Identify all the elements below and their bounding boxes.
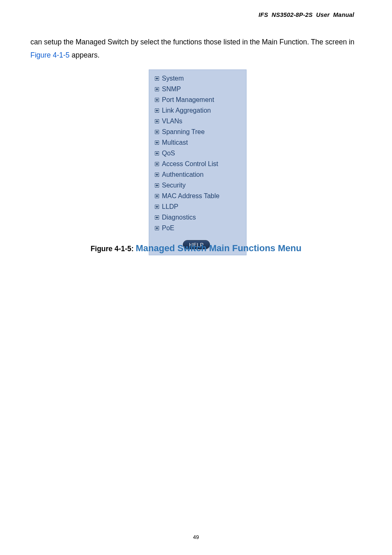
menu-item-qos[interactable]: QoS bbox=[149, 149, 246, 158]
menu-item-label: QoS bbox=[162, 150, 175, 157]
menu-item-label: Link Aggregation bbox=[162, 107, 211, 114]
body-line-2: appears. bbox=[69, 51, 99, 59]
plus-icon[interactable] bbox=[155, 76, 159, 81]
menu-item-mac-address-table[interactable]: MAC Address Table bbox=[149, 192, 246, 201]
plus-icon[interactable] bbox=[155, 109, 159, 113]
menu-item-label: System bbox=[162, 75, 184, 82]
menu-item-snmp[interactable]: SNMP bbox=[149, 85, 246, 94]
figure-caption: Figure 4-1-5: Managed Switch Main Functi… bbox=[0, 243, 392, 254]
menu-item-label: PoE bbox=[162, 224, 174, 232]
plus-icon[interactable] bbox=[155, 215, 159, 220]
plus-icon[interactable] bbox=[155, 194, 159, 198]
body-line-1: can setup the Managed Switch by select t… bbox=[30, 38, 355, 46]
plus-icon[interactable] bbox=[155, 226, 159, 230]
menu-item-system[interactable]: System bbox=[149, 74, 246, 83]
menu-item-label: Multicast bbox=[162, 139, 188, 146]
page-number: 49 bbox=[0, 534, 392, 540]
menu-item-lldp[interactable]: LLDP bbox=[149, 202, 246, 211]
menu-item-diagnostics[interactable]: Diagnostics bbox=[149, 213, 246, 222]
menu-item-label: MAC Address Table bbox=[162, 192, 219, 200]
plus-icon[interactable] bbox=[155, 141, 159, 145]
menu-item-spanning-tree[interactable]: Spanning Tree bbox=[149, 127, 246, 136]
menu-item-authentication[interactable]: Authentication bbox=[149, 170, 246, 179]
figure-caption-label: Figure 4-1-5: bbox=[90, 245, 136, 253]
main-functions-menu: System SNMP Port Management Link Aggrega… bbox=[149, 69, 247, 255]
plus-icon[interactable] bbox=[155, 98, 159, 102]
body-paragraph: can setup the Managed Switch by select t… bbox=[30, 35, 363, 62]
plus-icon[interactable] bbox=[155, 183, 159, 187]
figure-caption-title: Managed Switch Main Functions Menu bbox=[136, 243, 301, 253]
document-header: IFS NS3502-8P-2S User Manual bbox=[258, 12, 354, 18]
plus-icon[interactable] bbox=[155, 87, 159, 91]
plus-icon[interactable] bbox=[155, 162, 159, 166]
plus-icon[interactable] bbox=[155, 205, 159, 209]
menu-item-label: Port Management bbox=[162, 96, 214, 104]
page: IFS NS3502-8P-2S User Manual can setup t… bbox=[0, 0, 392, 555]
menu-item-label: SNMP bbox=[162, 86, 181, 93]
menu-item-access-control-list[interactable]: Access Control List bbox=[149, 160, 246, 169]
menu-item-label: Diagnostics bbox=[162, 214, 196, 221]
menu-item-vlans[interactable]: VLANs bbox=[149, 117, 246, 126]
plus-icon[interactable] bbox=[155, 173, 159, 177]
menu-item-security[interactable]: Security bbox=[149, 181, 246, 190]
plus-icon[interactable] bbox=[155, 151, 159, 155]
menu-item-label: Security bbox=[162, 182, 186, 189]
plus-icon[interactable] bbox=[155, 119, 159, 123]
menu-item-poe[interactable]: PoE bbox=[149, 224, 246, 233]
menu-item-multicast[interactable]: Multicast bbox=[149, 138, 246, 147]
menu-item-label: VLANs bbox=[162, 118, 182, 125]
figure-reference-link[interactable]: Figure 4-1-5 bbox=[30, 51, 69, 59]
menu-item-label: Spanning Tree bbox=[162, 128, 205, 136]
menu-item-link-aggregation[interactable]: Link Aggregation bbox=[149, 106, 246, 115]
menu-item-port-management[interactable]: Port Management bbox=[149, 95, 246, 104]
menu-item-label: Authentication bbox=[162, 171, 203, 178]
menu-item-label: LLDP bbox=[162, 203, 178, 210]
menu-item-label: Access Control List bbox=[162, 160, 218, 168]
plus-icon[interactable] bbox=[155, 130, 159, 134]
